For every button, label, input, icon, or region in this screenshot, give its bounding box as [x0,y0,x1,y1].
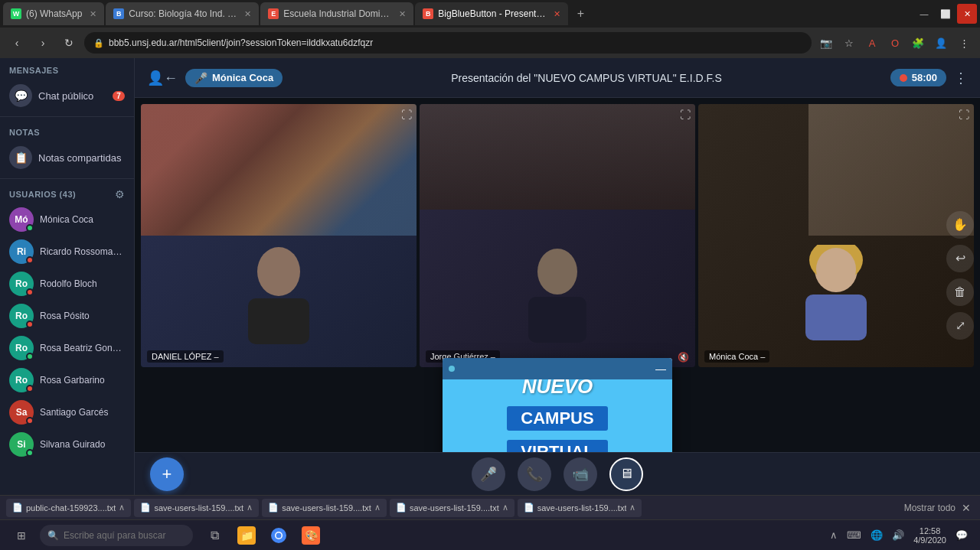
tab-title-escuela: Escuela Industrial Domingo Faus... [283,8,391,19]
record-button[interactable]: 58:00 [890,69,946,86]
presentation-slide: NUEVO CAMPUS VIRTUAL E.I.D.F.S [443,379,672,452]
taskbar-app-chrome[interactable] [263,520,294,551]
opera-icon[interactable]: O [885,33,905,53]
tray-time[interactable]: 12:58 4/9/2020 [910,526,949,545]
taskbar-app-paint[interactable]: 🎨 [296,520,326,551]
download-arrow-1[interactable]: ∧ [119,503,125,513]
maximize-button[interactable]: ⬜ [936,4,956,24]
list-item[interactable]: Ro Rosa Beatriz Gonzal... [0,332,134,364]
taskview-icon: ⧉ [205,526,224,545]
tab-close-biologia[interactable]: ✕ [244,9,251,19]
presentation-minimize-button[interactable]: — [655,363,666,375]
expand-button-daniel[interactable]: ⛶ [401,109,412,121]
list-item[interactable]: Ro Rosa Pósito [0,300,134,332]
notas-section-title: NOTAS [0,120,134,140]
minimize-button[interactable]: — [914,4,934,24]
tab-biologia[interactable]: B Curso: Biología 4to Ind. de Proce... ✕ [106,2,259,25]
microphone-button[interactable]: 🎤 [472,457,505,491]
extension-icon[interactable]: 🧩 [908,33,928,53]
phone-button[interactable]: 📞 [518,457,551,491]
list-item[interactable]: Sa Santiago Garcés [0,396,134,428]
presentation-container: — NUEVO CAMPUS VIRTUAL E.I.D.F.S [443,358,672,452]
download-filename-3: save-users-list-159....txt [282,503,371,513]
list-item[interactable]: Si Silvana Guirado [0,428,134,461]
download-file-icon-2: 📄 [140,503,151,513]
svg-rect-3 [528,297,586,343]
list-item[interactable]: Ri Ricardo Rossomando [0,236,134,268]
camera-button[interactable]: 📹 [564,457,597,491]
download-arrow-4[interactable]: ∧ [502,503,508,513]
tab-close-escuela[interactable]: ✕ [399,9,406,19]
user-indicator-name: Mónica Coca [212,72,273,83]
person-figure-jorge [511,245,603,352]
start-button[interactable]: ⊞ [3,520,40,551]
profile-icon[interactable]: 👤 [931,33,951,53]
back-users-button[interactable]: 👤← [147,70,178,86]
users-settings-icon[interactable]: ⚙ [115,188,125,200]
volume-icon[interactable]: 🔊 [889,528,907,542]
camera-browser-icon[interactable]: 📷 [816,33,836,53]
screen-share-button[interactable]: 🖥 [609,457,643,491]
tray-up-arrow[interactable]: ∧ [827,528,841,542]
avatar: Ro [9,336,34,360]
download-arrow-3[interactable]: ∧ [374,503,381,513]
address-bar[interactable]: 🔒 bbb5.unsj.edu.ar/html5client/join?sess… [84,32,812,54]
status-dot-offline [26,417,34,425]
clear-button[interactable]: 🗑 [946,278,974,306]
sidebar-item-notas[interactable]: 📋 Notas compartidas [0,140,134,175]
header-menu-button[interactable]: ⋮ [954,70,968,86]
tab-whatsapp[interactable]: W (6) WhatsApp ✕ [3,2,104,25]
user-name: Silvana Guirado [40,439,105,450]
undo-button[interactable]: ↩ [946,245,974,272]
tab-favicon-escuela: E [268,8,279,19]
status-dot-offline [26,288,34,296]
tab-favicon-bbb: B [423,8,433,19]
taskbar-app-explorer[interactable]: 📁 [231,520,262,551]
hand-tool-button[interactable]: ✋ [946,211,974,239]
expand-button-monica[interactable]: ⛶ [959,109,969,121]
taskbar-search-input[interactable] [64,530,185,541]
tab-escuela[interactable]: E Escuela Industrial Domingo Faus... ✕ [260,2,413,25]
download-arrow-2[interactable]: ∧ [247,503,253,513]
tab-close-whatsapp[interactable]: ✕ [90,9,96,19]
fit-view-button[interactable]: ⤢ [946,312,974,340]
forward-button[interactable]: › [32,32,54,54]
status-dot-online [26,449,34,457]
acrobat-icon[interactable]: A [862,33,882,53]
reload-button[interactable]: ↻ [58,32,80,54]
close-downloads-button[interactable]: ✕ [959,502,974,514]
tab-favicon-biologia: B [113,8,124,19]
expand-button-jorge[interactable]: ⛶ [680,109,691,121]
close-button[interactable]: ✕ [957,4,977,24]
taskbar-search[interactable]: 🔍 [40,525,193,546]
sidebar-item-chat[interactable]: 💬 Chat público 7 [0,78,134,113]
back-button[interactable]: ‹ [6,32,28,54]
list-item[interactable]: Ro Rosa Garbarino [0,364,134,396]
network-icon[interactable]: 🌐 [867,528,886,542]
user-name: Rodolfo Bloch [40,278,97,289]
download-item: 📄 save-users-list-159....txt ∧ [518,499,642,517]
user-indicator: 🎤 Mónica Coca [185,69,283,87]
user-name: Rosa Pósito [40,311,90,321]
meeting-title: Presentación del "NUEVO CAMPUS VIRTUAL" … [451,72,722,84]
user-name: Rosa Beatriz Gonzal... [40,343,125,353]
tab-close-bbb[interactable]: ✕ [554,9,560,19]
notification-icon[interactable]: 💬 [952,528,971,542]
taskbar-app-taskview[interactable]: ⧉ [199,520,230,551]
list-item[interactable]: Ro Rodolfo Bloch [0,268,134,300]
video-tile-jorge: ⛶ Jorge Gutiérrez – 🔇 [420,104,695,367]
show-all-downloads-button[interactable]: Mostrar todo [904,503,956,513]
download-filename-5: save-users-list-159....txt [537,503,627,513]
browser-menu-icon[interactable]: ⋮ [954,33,974,53]
download-arrow-5[interactable]: ∧ [629,503,635,513]
add-button[interactable]: + [150,457,184,491]
tab-title-bbb: BigBlueButton - Presentació... [438,8,546,19]
mensajes-section-title: MENSAJES [0,58,134,78]
new-tab-button[interactable]: + [570,3,591,24]
tab-bbb[interactable]: B BigBlueButton - Presentació... ✕ [415,2,568,25]
bookmark-icon[interactable]: ☆ [839,33,859,53]
status-dot-online [26,353,34,360]
list-item[interactable]: Mó Mónica Coca [0,203,134,236]
status-dot-offline [26,385,34,392]
video-area: ⛶ DANIEL LÓPEZ – ⛶ Jorge Gutiérrez – 🔇 [135,98,980,452]
